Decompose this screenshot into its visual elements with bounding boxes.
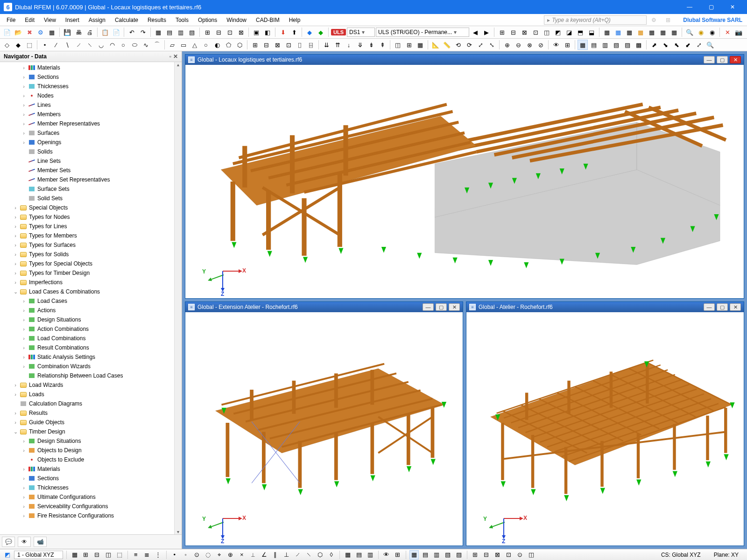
- menu-options[interactable]: Options: [193, 15, 222, 25]
- tree-item[interactable]: ›Action Combinations: [4, 324, 182, 334]
- view1-icon[interactable]: ▦: [602, 27, 612, 37]
- tree-item[interactable]: ›Imperfections: [4, 278, 182, 287]
- settings-icon[interactable]: ⚙: [651, 17, 656, 23]
- sb-i4[interactable]: ◫: [104, 550, 113, 560]
- tool2-icon[interactable]: ◧: [262, 27, 273, 37]
- pane-maximize-button[interactable]: ▢: [717, 56, 728, 63]
- sb-snap2[interactable]: ◦: [181, 550, 190, 560]
- design-icon[interactable]: ◆: [304, 27, 315, 37]
- tree-twisty-icon[interactable]: ›: [21, 65, 27, 70]
- sb-e4[interactable]: ▧: [443, 550, 452, 560]
- tree-item[interactable]: ›Result Combinations: [4, 343, 182, 352]
- design2-icon[interactable]: ◆: [316, 27, 326, 37]
- tree-twisty-icon[interactable]: ›: [12, 420, 19, 425]
- q3-icon[interactable]: ⊗: [524, 40, 535, 50]
- l5-icon[interactable]: ⇟: [366, 40, 376, 50]
- filter1-icon[interactable]: ⊞: [202, 27, 212, 37]
- r1-icon[interactable]: ⊞: [497, 27, 507, 37]
- n4-icon[interactable]: ⟋: [73, 40, 84, 50]
- tree-twisty-icon[interactable]: ›: [21, 140, 27, 145]
- tree-item[interactable]: ›Design Situations: [4, 436, 182, 446]
- filter4-icon[interactable]: ⊠: [236, 27, 246, 37]
- sb-snap13[interactable]: ⟍: [304, 550, 314, 560]
- tree-twisty-icon[interactable]: ›: [21, 336, 27, 341]
- tree-item[interactable]: ›Load Wizards: [4, 380, 182, 390]
- nav-tab-eye[interactable]: 👁: [18, 537, 31, 547]
- tree-item[interactable]: Line Sets: [4, 156, 182, 166]
- tree-twisty-icon[interactable]: ›: [21, 84, 27, 89]
- open-file-icon[interactable]: 📂: [13, 27, 23, 37]
- tree-item[interactable]: ›Types for Special Objects: [4, 259, 182, 268]
- close-model-icon[interactable]: ✖: [24, 27, 35, 37]
- tree-item[interactable]: ›Serviceability Configurations: [4, 502, 182, 511]
- calc2-icon[interactable]: ⬆: [289, 27, 299, 37]
- tree-twisty-icon[interactable]: ›: [12, 270, 19, 276]
- m4-icon[interactable]: ⊡: [283, 40, 294, 50]
- navigator-tree[interactable]: ›Materials›Sections›Thicknesses›Nodes›Li…: [0, 62, 182, 521]
- navigator-pin-icon[interactable]: ▫: [169, 53, 171, 60]
- x3-icon[interactable]: ⬉: [671, 40, 682, 50]
- sb-snap4[interactable]: ◌: [204, 550, 213, 560]
- tree-item[interactable]: ⌄Load Cases & Combinations: [4, 287, 182, 296]
- tree-item[interactable]: ›Sections: [4, 72, 182, 82]
- w6-icon[interactable]: ▩: [634, 40, 644, 50]
- tree-item[interactable]: Member Sets: [4, 166, 182, 175]
- keyword-search-input[interactable]: Type a keyword (Alt+Q): [544, 15, 647, 25]
- tree-twisty-icon[interactable]: ⌄: [12, 429, 19, 435]
- nav-tab-video[interactable]: 📹: [34, 537, 47, 547]
- sb-e3[interactable]: ▥: [432, 550, 441, 560]
- r6-icon[interactable]: ◩: [553, 27, 563, 37]
- w5-icon[interactable]: ▨: [622, 40, 633, 50]
- tree-twisty-icon[interactable]: ›: [12, 224, 19, 229]
- cam-icon[interactable]: 📷: [733, 27, 744, 37]
- sb-snap12[interactable]: ⟋: [293, 550, 303, 560]
- sb-e5[interactable]: ▨: [454, 550, 464, 560]
- model-viewport[interactable]: X Y Z: [185, 65, 744, 298]
- view7-icon[interactable]: ▦: [669, 27, 679, 37]
- tree-twisty-icon[interactable]: ›: [21, 438, 27, 444]
- m2-icon[interactable]: ⊟: [261, 40, 271, 50]
- tree-twisty-icon[interactable]: ›: [12, 233, 19, 238]
- new-file-icon[interactable]: 📄: [2, 27, 12, 37]
- filter2-icon[interactable]: ⊟: [213, 27, 224, 37]
- n9-icon[interactable]: ⬭: [129, 40, 140, 50]
- tree-item[interactable]: ›Openings: [4, 138, 182, 147]
- tree-item[interactable]: ›Lines: [4, 100, 182, 110]
- tree-twisty-icon[interactable]: ›: [21, 298, 27, 304]
- m1-icon[interactable]: ⊞: [250, 40, 260, 50]
- render2-icon[interactable]: ◉: [707, 27, 717, 37]
- tree-twisty-icon[interactable]: ⌄: [12, 289, 19, 295]
- l2-icon[interactable]: ⇈: [332, 40, 343, 50]
- tree-twisty-icon[interactable]: ›: [21, 466, 27, 472]
- tree-item[interactable]: ›Types for Nodes: [4, 212, 182, 222]
- tree-twisty-icon[interactable]: ›: [21, 364, 27, 369]
- n2-icon[interactable]: ∕: [51, 40, 61, 50]
- tree-item[interactable]: Surface Sets: [4, 184, 182, 194]
- r3-icon[interactable]: ⊠: [519, 27, 529, 37]
- n8-icon[interactable]: ○: [118, 40, 128, 50]
- tree-twisty-icon[interactable]: ›: [21, 485, 27, 490]
- model-viewport[interactable]: X Y Z: [466, 312, 744, 546]
- save-icon[interactable]: 💾: [62, 27, 72, 37]
- sb-d2[interactable]: ⊞: [393, 550, 402, 560]
- filter3-icon[interactable]: ⊡: [225, 27, 235, 37]
- s3-icon[interactable]: △: [190, 40, 200, 50]
- tree-item[interactable]: ›Materials: [4, 464, 182, 474]
- menu-calculate[interactable]: Calculate: [110, 15, 143, 25]
- sb-c2[interactable]: ▤: [354, 550, 364, 560]
- sb-f2[interactable]: ⊟: [482, 550, 491, 560]
- navigator-close-icon[interactable]: ✕: [173, 53, 178, 60]
- x1-icon[interactable]: ⬈: [649, 40, 659, 50]
- m6-icon[interactable]: ⌸: [306, 40, 316, 50]
- tree-twisty-icon[interactable]: ›: [21, 476, 27, 481]
- r5-icon[interactable]: ◫: [542, 27, 552, 37]
- p1-icon[interactable]: 📐: [430, 40, 441, 50]
- tree-item[interactable]: ›Thicknesses: [4, 82, 182, 91]
- tree-twisty-icon[interactable]: ›: [21, 513, 27, 518]
- del-icon[interactable]: ✕: [722, 27, 733, 37]
- tree-twisty-icon[interactable]: ›: [21, 326, 27, 332]
- navigator-scrollbar[interactable]: [174, 62, 182, 534]
- print-icon[interactable]: 🖨: [85, 27, 95, 37]
- tree-twisty-icon[interactable]: ›: [12, 261, 19, 266]
- tree-item[interactable]: Relationship Between Load Cases: [4, 371, 182, 380]
